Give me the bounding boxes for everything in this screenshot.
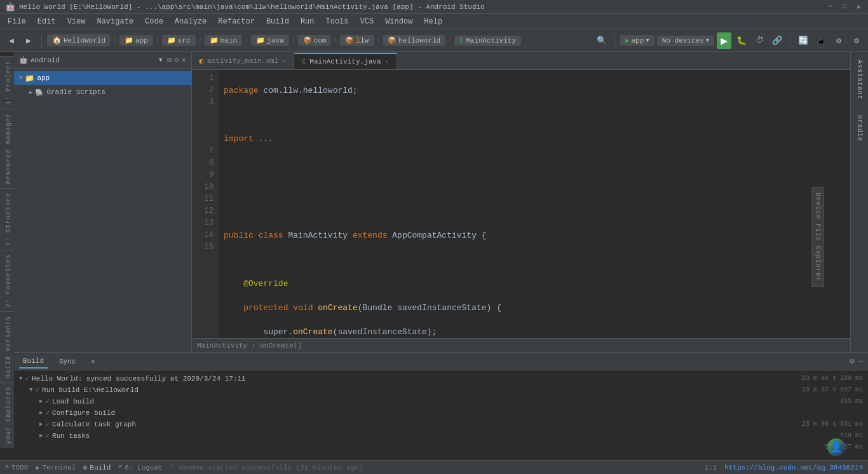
- toolbar-main[interactable]: 📁 main: [205, 35, 242, 46]
- captures-tab[interactable]: your Captures: [0, 382, 14, 448]
- tab-xml-close[interactable]: ✕: [282, 57, 286, 65]
- project-close-button[interactable]: ✕: [182, 55, 186, 65]
- user-avatar[interactable]: 👤: [827, 438, 845, 456]
- row5-expand[interactable]: ▶: [39, 430, 43, 442]
- menu-vcs[interactable]: VCS: [355, 16, 379, 27]
- sync-close-icon[interactable]: ✕: [87, 358, 98, 365]
- structure-tab[interactable]: 7: Structure: [0, 188, 14, 250]
- favorites-tab[interactable]: 2: Favorites: [0, 250, 14, 311]
- menu-analyze[interactable]: Analyze: [170, 16, 212, 27]
- menu-run[interactable]: Run: [295, 16, 320, 27]
- row4-label: Calculate task graph: [52, 419, 136, 430]
- device-dropdown[interactable]: No devices ▼: [657, 36, 714, 46]
- resource-manager-tab[interactable]: Resource Manager: [0, 109, 14, 188]
- menu-file[interactable]: File: [3, 16, 31, 27]
- profile-button[interactable]: ⏱: [752, 33, 767, 48]
- logcat-tab[interactable]: ≡ 6: Logcat: [118, 464, 162, 471]
- code-content[interactable]: package com.llw.helloworld; import ... p…: [219, 70, 850, 338]
- row0-expand[interactable]: ▼: [19, 373, 22, 384]
- project-settings-button[interactable]: ⚙: [175, 55, 179, 65]
- tab-java-label: MainActivity.java: [309, 58, 381, 65]
- debug-button[interactable]: 🐛: [734, 33, 749, 48]
- menu-tools[interactable]: Tools: [321, 16, 354, 27]
- assistant-tab[interactable]: Assistant: [853, 55, 865, 105]
- project-collapse-button[interactable]: ⊞: [167, 55, 172, 65]
- toolbar-helloworld[interactable]: 🏠 HelloWorld: [47, 34, 111, 46]
- toolbar-mainactivity[interactable]: C MainActivity: [454, 36, 521, 46]
- row4-expand[interactable]: ▶: [39, 419, 43, 430]
- device-file-explorer-tab[interactable]: Device File Explorer: [811, 187, 824, 287]
- toolbar-java[interactable]: 📁 java: [251, 35, 288, 46]
- search-everywhere-button[interactable]: 🔍: [594, 33, 609, 48]
- avd-button[interactable]: 📱: [813, 33, 829, 48]
- row5-time: 518 ms: [840, 430, 863, 442]
- menu-window[interactable]: Window: [380, 16, 417, 27]
- app-config-arrow: ▼: [646, 37, 649, 44]
- close-button[interactable]: ✕: [854, 3, 863, 11]
- build-panel: Build Sync ✕ ⚙ ─ ▼ ✓ Hello World: synced…: [14, 352, 868, 460]
- tab-activity-main-xml[interactable]: ◧ activity_main.xml ✕: [192, 53, 294, 69]
- editor-footer: MainActivity › onCreate(): [192, 338, 850, 352]
- build-settings-button[interactable]: ⚙: [850, 356, 855, 366]
- row0-label: Hello World: synced successfully at 2020…: [32, 373, 246, 384]
- code-line-2: [224, 109, 845, 121]
- menu-edit[interactable]: Edit: [32, 16, 61, 27]
- build-bottom-tab[interactable]: ⚙ Build: [83, 464, 111, 471]
- code-line-8: [224, 254, 845, 266]
- toolbar-src[interactable]: 📁 src: [162, 35, 196, 46]
- gradle-sidebar-tab[interactable]: Gradle: [853, 110, 865, 147]
- build-variants-tab[interactable]: Build Variants: [0, 311, 14, 382]
- build-tab-build[interactable]: Build: [19, 355, 48, 369]
- settings-button[interactable]: ⚙: [849, 33, 864, 48]
- sdk-button[interactable]: ⚙: [831, 33, 846, 48]
- row3-expand[interactable]: ▶: [39, 407, 43, 419]
- tree-item-gradle[interactable]: ▶ 🐘 Gradle Scripts: [14, 85, 191, 99]
- code-line-3: import ...: [224, 133, 845, 145]
- build-close-button[interactable]: ─: [858, 357, 863, 366]
- row1-expand[interactable]: ▼: [29, 384, 32, 396]
- row1-label: Run build E:\HelloWorld: [42, 384, 139, 396]
- build-content: ▼ ✓ Hello World: synced successfully at …: [14, 370, 868, 460]
- app-config-dropdown[interactable]: ▶ app ▼: [620, 35, 654, 46]
- menu-build[interactable]: Build: [261, 16, 294, 27]
- toolbar-com[interactable]: 📦 com: [298, 35, 332, 46]
- project-dropdown-icon: ▼: [159, 57, 162, 64]
- tab-java-close[interactable]: ✕: [385, 58, 389, 65]
- build-tab-sync[interactable]: Sync: [55, 355, 79, 368]
- menu-help[interactable]: Help: [419, 16, 447, 27]
- right-sidebar: Assistant Gradle: [850, 52, 868, 352]
- tree-item-app[interactable]: ▼ 📁 app: [14, 71, 191, 85]
- project-panel: 🤖 Android ▼ ⊞ ⚙ ✕ ▼ 📁 app ▶ 🐘 Gradle Scr…: [14, 52, 192, 352]
- menu-refactor[interactable]: Refactor: [213, 16, 260, 27]
- editor-tabs: ◧ activity_main.xml ✕ C MainActivity.jav…: [192, 52, 850, 70]
- toolbar-app[interactable]: 📁 app: [119, 35, 153, 46]
- attach-button[interactable]: 🔗: [770, 33, 785, 48]
- code-line-9: @Override: [224, 278, 845, 290]
- terminal-tab[interactable]: ▶ Terminal: [36, 464, 76, 471]
- xml-file-icon: ◧: [200, 57, 203, 65]
- toolbar-llw[interactable]: 📦 llw: [340, 35, 374, 46]
- app-expand-icon: ▼: [19, 75, 22, 81]
- build-row-3: ▶ ✓ Configure build: [19, 407, 863, 419]
- row3-label: Configure build: [52, 407, 115, 419]
- status-link[interactable]: https://blog.csdn.net/qq_38436214: [724, 464, 863, 471]
- run-button[interactable]: ▶: [717, 32, 731, 49]
- code-editor[interactable]: 1 2 3 7 8 9 10 11 12 13 14 15 package co…: [192, 70, 850, 338]
- gradle-icon: 🐘: [35, 88, 44, 97]
- menu-code[interactable]: Code: [140, 16, 168, 27]
- editor-area: ◧ activity_main.xml ✕ C MainActivity.jav…: [192, 52, 850, 352]
- toolbar-helloworld-pkg[interactable]: 📦 helloworld: [383, 35, 445, 46]
- maximize-button[interactable]: □: [840, 3, 849, 11]
- tab-mainactivity-java[interactable]: C MainActivity.java ✕: [294, 53, 397, 69]
- logcat-label: 6: Logcat: [125, 464, 162, 471]
- sync-button[interactable]: 🔄: [796, 33, 811, 48]
- minimize-button[interactable]: ─: [826, 3, 835, 11]
- toolbar-back-button[interactable]: ◀: [4, 33, 19, 48]
- row2-expand[interactable]: ▶: [39, 396, 43, 407]
- todo-tab[interactable]: ≡ TODO: [5, 464, 28, 471]
- menu-view[interactable]: View: [62, 16, 91, 27]
- left-vertical-tabs: 1: Project Resource Manager 7: Structure…: [0, 56, 14, 448]
- toolbar-forward-button[interactable]: ▶: [21, 33, 36, 48]
- menu-navigate[interactable]: Navigate: [92, 16, 139, 27]
- project-tab[interactable]: 1: Project: [0, 56, 14, 109]
